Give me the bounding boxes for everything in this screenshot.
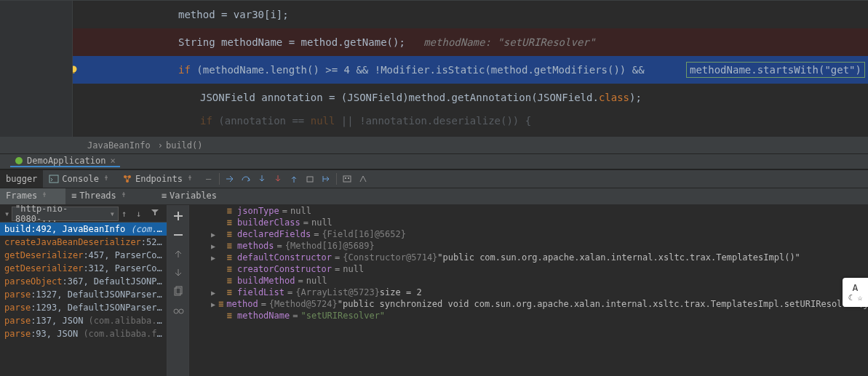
svg-rect-14 [348, 177, 349, 179]
threads-icon: ≡ [71, 191, 76, 201]
field-icon: ≡ [224, 276, 234, 286]
stack-frame[interactable]: createJavaBeanDeserializer:522, Parser [0, 236, 167, 249]
variable-row[interactable]: ▶≡defaultConstructor={Constructor@5714} … [189, 252, 868, 263]
variable-value: {Field[16]@5652} [322, 229, 406, 239]
breadcrumb-item[interactable]: JavaBeanInfo [87, 140, 151, 151]
code-line-current[interactable]: 458 if (methodName.length() >= 4 && !Mod… [0, 56, 868, 84]
variables-icon: ≡ [162, 191, 167, 201]
variable-name: defaultConstructor [237, 252, 332, 263]
field-icon: ≡ [224, 252, 234, 263]
svg-point-18 [179, 309, 183, 313]
svg-rect-12 [343, 176, 351, 182]
pin-icon[interactable] [186, 175, 194, 183]
variable-row[interactable]: ▶≡declaredFields={Field[16]@5652} [189, 228, 868, 240]
breadcrumb[interactable]: JavaBeanInfo › build() [0, 137, 868, 153]
endpoints-icon [122, 174, 132, 184]
add-watch-button[interactable] [172, 209, 185, 223]
variable-row[interactable]: ≡builderClass=null [189, 217, 868, 228]
breadcrumb-item[interactable]: build() [166, 140, 203, 151]
expand-arrow-icon[interactable]: ▶ [211, 254, 221, 262]
variable-row[interactable]: ▶≡fieldList={ArrayList@5723} size = 2 [189, 287, 868, 298]
step-over-button[interactable] [238, 174, 254, 184]
field-icon: ≡ [224, 311, 234, 321]
prev-frame-button[interactable]: ↑ [122, 209, 133, 219]
variable-row[interactable]: ≡methodName="setURIResolver" [189, 310, 868, 321]
variable-row[interactable]: ≡buildMethod=null [189, 275, 868, 287]
copy-button[interactable] [172, 285, 185, 298]
step-out-button[interactable] [286, 174, 302, 184]
variable-name: buildMethod [237, 276, 295, 286]
stack-frame[interactable]: getDeserializer:312, ParserConfig (com [0, 262, 167, 275]
variable-row[interactable]: ≡jsonType=null [189, 205, 868, 217]
tab-label: DemoApplication [27, 156, 105, 166]
svg-point-17 [174, 309, 178, 313]
step-into-button[interactable] [254, 174, 270, 184]
expand-arrow-icon[interactable]: ▶ [211, 231, 221, 239]
variable-row[interactable]: ▶≡method={Method@5724} "public synchroni… [189, 298, 868, 310]
move-up-button[interactable] [172, 247, 185, 260]
variable-name: methodName [237, 311, 290, 321]
debug-panels: ▾ "http-nio-8080-... ▾ ↑ ↓ build:492, Ja… [0, 205, 868, 376]
field-icon: ≡ [224, 241, 234, 251]
spring-icon [15, 156, 23, 165]
tab-endpoints[interactable]: Endpoints [116, 170, 200, 188]
move-down-button[interactable] [172, 266, 185, 279]
code-editor[interactable]: 456 method = var30[i]; 457 String method… [0, 0, 868, 137]
stack-frame[interactable]: parse:93, JSON (com.alibaba.fastjson) [0, 327, 167, 340]
variable-name: creatorConstructor [237, 264, 332, 274]
pin-icon[interactable] [102, 175, 111, 183]
next-frame-button[interactable]: ↓ [136, 209, 148, 219]
watches-glasses-icon[interactable] [172, 304, 185, 317]
stack-frame[interactable]: build:492, JavaBeanInfo (com.alibaba.f [0, 223, 167, 236]
tab-demoapplication[interactable]: DemoApplication × [10, 156, 120, 167]
code-line[interactable]: 456 method = var30[i]; [0, 1, 868, 28]
code-line[interactable]: 457 String methodName = method.getName()… [0, 28, 868, 56]
frame-list[interactable]: build:492, JavaBeanInfo (com.alibaba.fcr… [0, 223, 167, 340]
tab-label: bugger [6, 174, 37, 184]
tab-console[interactable]: Console [43, 170, 116, 188]
pin-icon[interactable] [119, 191, 128, 200]
variable-value: {ArrayList@5723} [295, 287, 380, 297]
step-highlight: methodName.startsWith("get") [686, 62, 865, 78]
stack-frame[interactable]: parse:137, JSON (com.alibaba.fastjson) [0, 314, 167, 327]
pin-icon[interactable] [40, 191, 49, 200]
tab-frames[interactable]: Frames [0, 188, 65, 204]
chevron-down-icon[interactable]: ▾ [4, 209, 12, 219]
force-step-into-button[interactable] [270, 174, 286, 184]
expand-arrow-icon[interactable]: ▶ [211, 242, 221, 250]
frames-panel: ▾ "http-nio-8080-... ▾ ↑ ↓ build:492, Ja… [0, 205, 167, 376]
debug-toolbar: bugger Console Endpoints — [0, 169, 868, 188]
run-tabs: DemoApplication × [0, 153, 868, 169]
expand-arrow-icon[interactable]: ▶ [211, 300, 215, 308]
run-to-cursor-button[interactable] [318, 174, 334, 184]
code-text: method = var30[i]; [178, 9, 289, 20]
tab-variables[interactable]: ≡ Variables [156, 188, 223, 204]
code-line[interactable]: 459 JSONField annotation = (JSONField)me… [0, 84, 868, 111]
filter-icon[interactable] [151, 208, 162, 219]
show-execution-point-button[interactable] [222, 174, 238, 184]
variable-row[interactable]: ▶≡methods={Method[16]@5689} [189, 240, 868, 252]
chevron-right-icon: › [158, 140, 163, 151]
stack-frame[interactable]: parse:1293, DefaultJSONParser (com.a [0, 301, 167, 314]
svg-rect-13 [345, 177, 346, 179]
stack-frame[interactable]: getDeserializer:457, ParserConfig (com [0, 249, 167, 262]
code-line[interactable]: if (annotation == null || !annotation.de… [0, 111, 868, 130]
editor-gutter[interactable] [0, 1, 73, 137]
thread-select[interactable]: "http-nio-8080-... ▾ [12, 207, 119, 221]
tab-debugger[interactable]: bugger [0, 170, 43, 188]
stack-frame[interactable]: parse:1327, DefaultJSONParser (com.a [0, 288, 167, 301]
variables-panel[interactable]: ≡jsonType=null≡builderClass=null▶≡declar… [189, 205, 868, 376]
drop-frame-button[interactable] [302, 174, 318, 184]
remove-watch-button[interactable] [172, 228, 185, 241]
variable-row[interactable]: ≡creatorConstructor=null [189, 263, 868, 275]
more-icon[interactable]: — [200, 170, 217, 188]
tab-threads[interactable]: ≡ Threads [65, 188, 134, 204]
stack-frame[interactable]: parseObject:367, DefaultJSONParser (c [0, 275, 167, 288]
close-icon[interactable]: × [110, 156, 115, 166]
expand-arrow-icon[interactable]: ▶ [211, 289, 221, 297]
trace-button[interactable] [355, 174, 371, 184]
field-icon: ≡ [224, 206, 234, 216]
variable-value: {Method@5724} [269, 299, 338, 309]
presentation-assistant[interactable]: A ☾ ☆ [843, 278, 868, 307]
evaluate-expression-button[interactable] [339, 174, 355, 184]
